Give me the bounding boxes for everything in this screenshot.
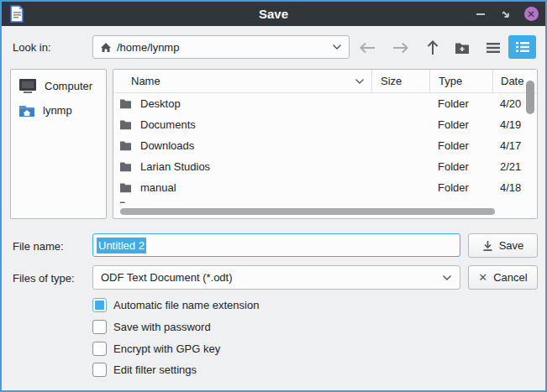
look-in-path: /home/lynmp — [117, 41, 179, 54]
checkbox-label: Automatic file name extension — [113, 299, 259, 311]
file-row-desktop[interactable]: Desktop Folder 4/20 — [113, 93, 537, 114]
folder-icon — [119, 201, 132, 203]
back-arrow-icon — [358, 41, 376, 55]
home-icon — [100, 42, 112, 53]
sidebar-item-label: lynmp — [43, 104, 72, 117]
vertical-scrollbar[interactable] — [525, 72, 535, 200]
window-title: Save — [2, 7, 545, 21]
sidebar-item-computer[interactable]: Computer — [11, 74, 106, 98]
file-row-documents[interactable]: Documents Folder 4/19 — [113, 114, 537, 135]
save-button[interactable]: Save — [468, 233, 538, 258]
checkbox-label: Save with password — [113, 321, 211, 333]
look-in-label: Look in: — [13, 41, 51, 54]
file-row-downloads[interactable]: Downloads Folder 4/17 — [113, 135, 537, 156]
vertical-scrollbar-thumb[interactable] — [526, 81, 534, 114]
chevron-down-icon — [332, 44, 342, 50]
home-folder-icon — [18, 104, 35, 118]
sort-chevron-icon — [355, 78, 365, 85]
file-list-header: Name Size Type Date — [113, 70, 537, 93]
cancel-button-label: Cancel — [493, 271, 527, 284]
short-view-button[interactable] — [481, 36, 505, 59]
file-name-input[interactable]: Untitled 2 — [92, 233, 460, 257]
save-button-label: Save — [499, 239, 524, 252]
writer-document-icon — [8, 5, 25, 23]
checkbox-icon — [92, 342, 107, 356]
chevron-down-icon — [442, 274, 452, 281]
places-sidebar: Computer lynmp — [10, 69, 107, 219]
checkbox-automatic-extension[interactable]: Automatic file name extension — [92, 298, 259, 312]
checkbox-save-with-password[interactable]: Save with password — [92, 320, 211, 334]
file-name-label: File name: — [13, 240, 64, 253]
column-header-name[interactable]: Name — [113, 70, 371, 92]
computer-icon — [18, 78, 37, 94]
checkbox-icon — [92, 320, 107, 334]
save-icon — [482, 240, 493, 252]
sidebar-item-lynmp[interactable]: lynmp — [11, 98, 106, 123]
titlebar: Save ✕ — [2, 2, 545, 26]
back-button[interactable] — [355, 36, 379, 59]
restore-icon — [500, 8, 512, 20]
partial-file-row[interactable] — [113, 198, 537, 203]
checkbox-encrypt-gpg[interactable]: Encrypt with GPG key — [92, 342, 220, 356]
file-name-value: Untitled 2 — [97, 238, 146, 253]
checkbox-edit-filter[interactable]: Edit filter settings — [92, 363, 197, 377]
save-dialog: Save ✕ Look in: /home/lynmp — [0, 0, 547, 392]
cancel-button[interactable]: ✕ Cancel — [468, 265, 538, 290]
files-of-type-label: Files of type: — [13, 272, 75, 285]
checkbox-label: Edit filter settings — [113, 363, 197, 376]
folder-icon — [119, 140, 132, 151]
look-in-combobox[interactable]: /home/lynmp — [92, 35, 350, 59]
folder-icon — [119, 119, 132, 130]
new-folder-icon — [455, 41, 470, 55]
list-view-icon — [486, 42, 501, 54]
up-arrow-icon — [426, 39, 439, 56]
forward-button[interactable] — [389, 36, 413, 59]
folder-icon — [119, 161, 132, 172]
detail-view-icon — [515, 41, 530, 53]
file-type-value: ODF Text Document (*.odt) — [101, 271, 233, 284]
new-folder-button[interactable] — [450, 36, 474, 59]
checkbox-icon — [92, 363, 107, 377]
forward-arrow-icon — [392, 41, 410, 55]
file-row-larian-studios[interactable]: Larian Studios Folder 2/21 — [113, 156, 537, 177]
up-button[interactable] — [421, 36, 444, 59]
minimize-button[interactable] — [473, 7, 488, 22]
folder-icon — [119, 98, 132, 109]
folder-icon — [119, 182, 132, 193]
column-header-size[interactable]: Size — [371, 70, 429, 92]
checkbox-icon — [92, 298, 107, 312]
file-list-panel: Name Size Type Date Desktop Folder 4/20 — [113, 69, 538, 219]
file-type-combobox[interactable]: ODF Text Document (*.odt) — [92, 265, 460, 290]
horizontal-scrollbar[interactable] — [117, 208, 520, 215]
file-row-manual[interactable]: manual Folder 4/18 — [113, 177, 537, 198]
column-header-type[interactable]: Type — [429, 70, 492, 92]
horizontal-scrollbar-thumb[interactable] — [120, 208, 495, 215]
detail-view-button[interactable] — [508, 35, 536, 59]
close-icon: ✕ — [524, 7, 539, 21]
cancel-icon: ✕ — [478, 271, 487, 284]
restore-button[interactable] — [498, 7, 513, 22]
sidebar-item-label: Computer — [45, 80, 92, 92]
close-button[interactable]: ✕ — [523, 7, 539, 22]
file-rows: Desktop Folder 4/20 Documents Folder 4/1… — [113, 93, 537, 203]
checkbox-label: Encrypt with GPG key — [113, 342, 220, 355]
